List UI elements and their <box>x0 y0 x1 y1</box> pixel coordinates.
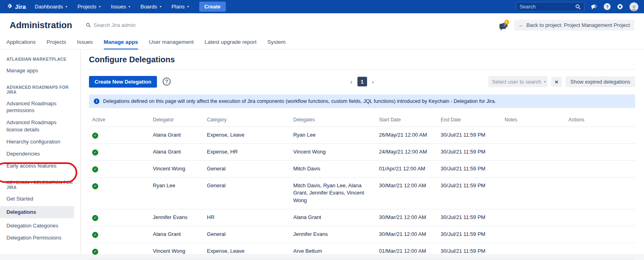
nav-issues[interactable]: Issues ▼ <box>111 4 131 10</box>
user-search-select[interactable]: Select user to search ▼ <box>488 76 547 87</box>
col-end-date: End Date <box>441 115 505 127</box>
active-check-icon: ✓ <box>92 215 98 221</box>
nav-projects[interactable]: Projects ▼ <box>78 4 101 10</box>
sidebar-item-delegations[interactable]: Delegations <box>0 206 74 218</box>
tab-user-management[interactable]: User management <box>149 39 194 49</box>
announcements-icon[interactable] <box>590 4 598 10</box>
col-actions: Actions <box>568 115 635 127</box>
table-row: ✓ Jennifer Evans HR Alana Grant 30/Mar/2… <box>89 209 635 226</box>
nav-plans[interactable]: Plans ▼ <box>171 4 189 10</box>
sidebar-item-get-started[interactable]: Get Started <box>6 195 74 202</box>
tab-projects[interactable]: Projects <box>47 39 66 49</box>
settings-gear-icon[interactable] <box>617 3 623 10</box>
tab-system[interactable]: System <box>267 39 285 49</box>
active-check-icon: ✓ <box>92 166 98 172</box>
clear-filter-button[interactable]: × <box>551 77 562 87</box>
page-title: Administration <box>10 20 72 31</box>
info-icon: i <box>94 98 99 104</box>
admin-sidebar: ATLASSIAN MARKETPLACE Manage apps ADVANC… <box>0 49 81 254</box>
brand-name: Jira <box>15 3 26 10</box>
admin-header: Administration ! 1 ← Back to project: Pr… <box>0 13 644 37</box>
sidebar-item-dependencies[interactable]: Dependencies <box>6 150 74 157</box>
active-check-icon: ✓ <box>92 232 98 238</box>
tab-applications[interactable]: Applications <box>6 39 36 49</box>
pagination: ‹ 1 › <box>350 77 374 86</box>
nav-dashboards[interactable]: Dashboards ▼ <box>35 4 68 10</box>
sidebar-heading-keychain: KEYCHAIN - DELEGATION FOR JIRA <box>6 180 74 190</box>
admin-search[interactable] <box>86 22 174 28</box>
help-icon[interactable]: ? <box>604 3 611 10</box>
jira-brand[interactable]: Jira <box>6 3 26 10</box>
chevron-down-icon: ▼ <box>187 5 190 8</box>
navbar-menu: Dashboards ▼ Projects ▼ Issues ▼ Boards … <box>35 4 190 10</box>
delegations-table: Active Delegator Category Delegates Star… <box>89 115 635 260</box>
col-start-date: Start Date <box>379 115 441 127</box>
table-row: ✓ Vincent Wong General Mitch Davis 01/Ap… <box>89 160 635 177</box>
sidebar-item-roadmaps-license[interactable]: Advanced Roadmaps license details <box>6 119 74 133</box>
user-avatar[interactable] <box>630 2 638 11</box>
table-row: ✓ Alana Grant Expense, Leave Ryan Lee 26… <box>89 127 635 144</box>
nav-boards[interactable]: Boards ▼ <box>140 4 162 10</box>
chevron-down-icon: ▼ <box>65 5 68 8</box>
search-icon <box>575 4 581 10</box>
active-check-icon: ✓ <box>92 249 98 255</box>
person-icon <box>630 5 638 11</box>
back-to-project-button[interactable]: ← Back to project: Project Management Pr… <box>514 20 634 31</box>
col-delegator: Delegator <box>153 115 207 127</box>
sidebar-heading-marketplace: ATLASSIAN MARKETPLACE <box>6 57 74 61</box>
sidebar-item-hierarchy-configuration[interactable]: Hierarchy configuration <box>6 138 74 145</box>
notification-badge: 1 <box>504 20 509 25</box>
toolbar: Create New Delegation ? ‹ 1 › Select use… <box>89 76 635 88</box>
chevron-down-icon: ▼ <box>159 5 162 8</box>
table-row: ✓ Vincent Wong Expense, Leave Arve Bettu… <box>89 243 635 260</box>
show-expired-delegations-button[interactable]: Show expired delegations <box>566 76 635 87</box>
search-icon <box>86 23 91 28</box>
chevron-down-icon: ▼ <box>99 5 101 8</box>
info-banner-text: Delegations defined on this page will on… <box>103 98 496 104</box>
col-active: Active <box>89 115 153 127</box>
jira-logo-icon <box>6 3 12 10</box>
navbar-search[interactable] <box>516 2 584 11</box>
active-check-icon: ✓ <box>92 149 98 156</box>
section-title: Configure Delegations <box>89 55 635 70</box>
sidebar-item-early-access[interactable]: Early access features <box>6 162 74 169</box>
sidebar-heading-advanced-roadmaps: ADVANCED ROADMAPS FOR JIRA <box>6 85 74 94</box>
create-button[interactable]: Create <box>199 2 226 12</box>
sidebar-item-manage-apps[interactable]: Manage apps <box>6 67 74 74</box>
admin-tabbar: Applications Projects Issues Manage apps… <box>0 37 644 49</box>
tab-manage-apps[interactable]: Manage apps <box>104 39 138 49</box>
chevron-down-icon: ▼ <box>128 5 131 8</box>
chevron-down-icon: ▼ <box>543 80 546 83</box>
admin-search-input[interactable] <box>93 22 174 28</box>
table-row: ✓ Ryan Lee General Mitch Davis, Ryan Lee… <box>89 177 635 209</box>
sidebar-item-delegation-categories[interactable]: Delegation Categories <box>6 222 74 229</box>
col-category: Category <box>207 115 293 127</box>
table-row: ✓ Alana Grant General Jennifer Evans 30/… <box>89 226 635 243</box>
col-delegates: Delegates <box>293 115 379 127</box>
sidebar-item-delegation-permissions[interactable]: Delegation Permissions <box>6 234 74 241</box>
prev-page-icon[interactable]: ‹ <box>350 78 353 85</box>
tab-issues[interactable]: Issues <box>77 39 93 49</box>
col-notes: Notes <box>505 115 569 127</box>
create-new-delegation-button[interactable]: Create New Delegation <box>89 76 157 88</box>
navbar-search-input[interactable] <box>520 4 575 10</box>
active-check-icon: ✓ <box>92 133 98 139</box>
tab-latest-upgrade-report[interactable]: Latest upgrade report <box>204 39 256 49</box>
top-navbar: Jira Dashboards ▼ Projects ▼ Issues ▼ Bo… <box>0 0 644 13</box>
notifications-icon[interactable]: ! 1 <box>500 21 509 30</box>
help-icon[interactable]: ? <box>163 78 171 86</box>
table-header-row: Active Delegator Category Delegates Star… <box>89 115 635 127</box>
table-row: ✓ Alana Grant Expense, HR Vincent Wong 2… <box>89 143 635 160</box>
back-arrow-icon: ← <box>518 22 524 28</box>
active-check-icon: ✓ <box>92 183 98 189</box>
current-page[interactable]: 1 <box>357 77 367 86</box>
info-banner: i Delegations defined on this page will … <box>89 94 635 108</box>
sidebar-item-roadmaps-permissions[interactable]: Advanced Roadmaps permissions <box>6 100 74 114</box>
main-content: Configure Delegations Create New Delegat… <box>81 49 644 254</box>
